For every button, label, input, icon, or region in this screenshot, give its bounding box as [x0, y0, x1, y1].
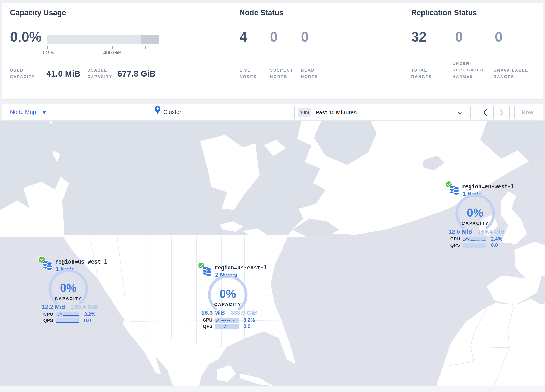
time-range-picker[interactable]: 10m Past 10 Minutes	[294, 106, 471, 119]
now-button[interactable]: Now	[514, 106, 540, 119]
total-ranges-label: TOTAL RANGES	[411, 67, 432, 80]
under-replicated-count: 0	[455, 29, 463, 45]
breadcrumb[interactable]: Cluster	[163, 109, 181, 115]
capacity-bar-reserved-segment	[142, 35, 159, 44]
suspect-nodes-label: SUSPECT NODES	[270, 67, 293, 80]
time-back-button[interactable]	[477, 106, 494, 119]
cpu-value: 5.2%	[243, 317, 255, 323]
capacity-scale-label-400: 400 GiB	[96, 50, 129, 56]
qps-label: QPS	[42, 318, 53, 323]
region-name: region=us-east-1	[214, 264, 267, 271]
used-capacity-label: USED CAPACITY	[10, 67, 35, 80]
capacity-usage-title: Capacity Usage	[10, 8, 66, 17]
capacity-scale-tick	[80, 46, 80, 49]
cpu-sparkline	[463, 237, 486, 242]
cpu-label: CPU	[449, 236, 460, 242]
capacity-scale-label-0: 0 GiB	[31, 50, 64, 56]
live-nodes-count: 4	[240, 29, 247, 45]
cpu-sparkline	[56, 312, 79, 317]
time-window-arrows	[477, 106, 510, 119]
region-used-capacity: 16.3 MiB	[201, 309, 225, 316]
capacity-percent: 0.0%	[10, 29, 41, 45]
summary-panel	[2, 3, 543, 100]
capacity-scale-tick	[145, 46, 146, 49]
region-marker-eu-west-1[interactable]: region=eu-west-1 1 Node 0% CAPACITY 12.5…	[445, 181, 508, 250]
qps-value: 0.0	[84, 317, 91, 324]
qps-label: QPS	[201, 324, 212, 329]
dead-nodes-count: 0	[301, 29, 309, 45]
cpu-label: CPU	[201, 317, 212, 323]
chevron-down-icon	[458, 111, 462, 115]
dead-nodes-label: DEAD NODES	[301, 67, 318, 80]
region-marker-us-east-1[interactable]: region=us-east-1 2 Nodes 0% CAPACITY 16.…	[198, 262, 260, 331]
region-marker-us-west-1[interactable]: region=us-west-1 1 Node 0% CAPACITY 12.2…	[38, 256, 101, 325]
capacity-label: CAPACITY	[47, 296, 89, 301]
cluster-overview-page: Capacity Usage 0.0% 0 GiB 400 GiB USED C…	[0, 0, 545, 392]
capacity-label: CAPACITY	[454, 221, 496, 226]
capacity-percent: 0%	[47, 282, 89, 294]
total-ranges-count: 32	[411, 29, 427, 45]
unavailable-label: UNAVAILABLE RANGES	[494, 67, 528, 80]
usable-capacity-value: 677.8 GiB	[118, 69, 155, 78]
capacity-label: CAPACITY	[207, 302, 249, 307]
replication-status-title: Replication Status	[411, 8, 477, 17]
capacity-percent: 0%	[207, 288, 249, 300]
region-name: region=eu-west-1	[462, 183, 514, 190]
region-total-capacity: 169.4 GiB	[478, 228, 505, 235]
live-nodes-label: LIVE NODES	[240, 67, 257, 80]
view-selector-dropdown[interactable]: Node Map	[10, 109, 36, 115]
map-pin-icon	[155, 106, 161, 115]
under-replicated-label: UNDER- REPLICATED RANGES	[452, 60, 484, 80]
cpu-sparkline	[216, 318, 239, 323]
cpu-value: 3.2%	[84, 311, 95, 317]
capacity-scale-tick	[47, 46, 48, 49]
qps-sparkline	[216, 324, 239, 329]
region-used-capacity: 12.5 MiB	[449, 228, 472, 235]
qps-value: 0.0	[491, 242, 498, 248]
qps-value: 0.0	[243, 324, 250, 329]
time-range-badge: 10m	[298, 108, 311, 117]
usable-capacity-label: USABLE CAPACITY	[87, 67, 112, 80]
unavailable-count: 0	[495, 29, 502, 45]
capacity-percent: 0%	[454, 207, 496, 218]
time-forward-button[interactable]	[494, 106, 509, 119]
region-name: region=us-west-1	[55, 259, 107, 265]
cpu-value: 2.4%	[491, 236, 502, 242]
region-total-capacity: 169.4 GiB	[71, 304, 98, 310]
qps-sparkline	[56, 318, 79, 323]
qps-sparkline	[463, 243, 486, 248]
suspect-nodes-count: 0	[270, 29, 278, 45]
cpu-label: CPU	[42, 311, 53, 317]
node-status-title: Node Status	[240, 8, 283, 17]
region-total-capacity: 338.9 GiB	[230, 309, 257, 316]
used-capacity-value: 41.0 MiB	[46, 69, 80, 78]
capacity-scale-tick	[112, 46, 113, 49]
time-range-value: Past 10 Minutes	[316, 109, 357, 116]
region-used-capacity: 12.2 MiB	[42, 304, 66, 310]
qps-label: QPS	[449, 243, 460, 248]
chevron-down-icon[interactable]	[43, 111, 46, 115]
